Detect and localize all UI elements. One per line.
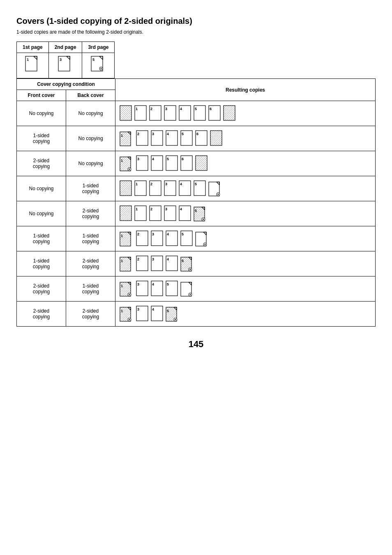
svg-text:3: 3 — [152, 132, 154, 136]
svg-text:3: 3 — [165, 107, 167, 111]
main-table: Cover copying condition Resulting copies… — [16, 78, 376, 327]
svg-text:4: 4 — [180, 107, 182, 111]
svg-text:6: 6 — [182, 157, 184, 161]
resulting-header: Resulting copies — [115, 79, 376, 101]
page-title: Covers (1-sided copying of 2-sided origi… — [16, 16, 376, 26]
svg-text:5: 5 — [195, 107, 197, 111]
table-row: 2-sidedcopying 1-sidedcopying 1 3 4 5 — [17, 276, 376, 302]
back-cover-cell: No copying — [66, 126, 115, 151]
back-cover-cell: 2-sidedcopying — [66, 302, 115, 327]
svg-text:5: 5 — [167, 157, 169, 161]
table-row: 2-sidedcopying No copying 1 3 4 5 6 — [17, 151, 376, 176]
svg-text:4: 4 — [152, 307, 154, 311]
preview-page-1: 1 — [17, 53, 49, 78]
svg-text:2: 2 — [137, 232, 139, 236]
svg-text:1: 1 — [121, 259, 123, 263]
table-row: No copying No copying 1 2 3 4 5 6 — [17, 101, 376, 126]
table-row: No copying 1-sidedcopying 1 2 3 4 5 — [17, 176, 376, 201]
svg-point-143 — [129, 319, 130, 320]
svg-rect-12 — [120, 106, 131, 120]
resulting-cell: 1 2 3 4 5 6 — [115, 101, 376, 126]
svg-rect-26 — [224, 106, 235, 120]
svg-text:3: 3 — [137, 307, 139, 311]
front-cover-cell: No copying — [17, 101, 66, 126]
svg-text:6: 6 — [196, 132, 198, 136]
svg-text:3: 3 — [152, 257, 154, 261]
preview-header-3: 3rd page — [82, 42, 115, 53]
table-row: 1-sidedcopying 1-sidedcopying 1 2 3 4 5 — [17, 226, 376, 251]
front-cover-cell: 2-sidedcopying — [17, 151, 66, 176]
svg-text:5: 5 — [182, 259, 184, 263]
svg-text:3: 3 — [152, 232, 154, 236]
back-cover-cell: No copying — [66, 101, 115, 126]
svg-text:4: 4 — [152, 157, 154, 161]
table-row: No copying 2-sidedcopying 1 2 3 4 — [17, 201, 376, 226]
svg-text:3: 3 — [137, 282, 139, 286]
preview-page-3: 5 — [82, 53, 115, 78]
front-cover-cell: 1-sidedcopying — [17, 126, 66, 151]
page-preview-table: 1st page 2nd page 3rd page 1 3 — [16, 41, 115, 78]
condition-header: Cover copying condition — [17, 79, 115, 90]
svg-text:4: 4 — [180, 207, 182, 211]
front-cover-cell: No copying — [17, 201, 66, 226]
resulting-cell: 1 2 3 4 5 — [115, 226, 376, 251]
back-cover-cell: 1-sidedcopying — [66, 226, 115, 251]
svg-text:5: 5 — [167, 309, 169, 313]
svg-point-138 — [190, 294, 191, 295]
svg-text:1: 1 — [136, 207, 138, 211]
preview-header-2: 2nd page — [48, 42, 82, 53]
back-cover-cell: 1-sidedcopying — [66, 176, 115, 201]
subtitle: 1-sided copies are made of the following… — [16, 29, 376, 35]
svg-text:2: 2 — [150, 207, 152, 211]
svg-point-74 — [218, 194, 219, 195]
resulting-cell: 1 3 4 5 — [115, 276, 376, 302]
svg-text:6: 6 — [210, 107, 212, 111]
svg-text:5: 5 — [167, 282, 169, 286]
svg-text:5: 5 — [92, 58, 95, 62]
resulting-cell: 1 2 3 4 5 6 — [115, 126, 376, 151]
table-row: 2-sidedcopying 2-sidedcopying 1 3 4 — [17, 302, 376, 327]
preview-page-2: 3 — [48, 53, 82, 78]
svg-text:3: 3 — [165, 207, 167, 211]
svg-text:2: 2 — [137, 132, 139, 136]
table-row: 1-sidedcopying No copying 1 2 3 4 5 6 — [17, 126, 376, 151]
front-cover-cell: 2-sidedcopying — [17, 276, 66, 302]
front-cover-header: Front cover — [17, 90, 66, 101]
svg-point-106 — [205, 244, 206, 245]
resulting-cell: 1 3 4 5 6 — [115, 151, 376, 176]
svg-text:4: 4 — [167, 257, 169, 261]
back-cover-cell: 1-sidedcopying — [66, 276, 115, 302]
table-row: 1-sidedcopying 2-sidedcopying 1 2 3 4 — [17, 251, 376, 276]
svg-rect-58 — [196, 156, 207, 170]
svg-text:4: 4 — [180, 182, 182, 186]
svg-text:2: 2 — [150, 182, 152, 186]
front-cover-cell: 2-sidedcopying — [17, 302, 66, 327]
svg-text:3: 3 — [137, 157, 139, 161]
svg-point-9 — [101, 68, 102, 69]
svg-text:4: 4 — [167, 232, 169, 236]
svg-point-153 — [175, 319, 176, 320]
front-cover-cell: No copying — [17, 176, 66, 201]
svg-text:3: 3 — [60, 58, 62, 62]
svg-text:5: 5 — [182, 232, 184, 236]
svg-text:5: 5 — [195, 209, 197, 213]
svg-point-127 — [129, 294, 130, 295]
svg-text:1: 1 — [121, 134, 123, 138]
svg-text:3: 3 — [165, 182, 167, 186]
svg-rect-76 — [120, 206, 131, 221]
back-cover-cell: No copying — [66, 151, 115, 176]
svg-text:4: 4 — [167, 132, 169, 136]
svg-text:2: 2 — [150, 107, 152, 111]
svg-text:5: 5 — [195, 182, 197, 186]
back-cover-cell: 2-sidedcopying — [66, 201, 115, 226]
svg-text:1: 1 — [136, 107, 138, 111]
svg-point-47 — [129, 169, 130, 170]
resulting-cell: 1 3 4 5 — [115, 302, 376, 327]
svg-point-121 — [190, 269, 191, 270]
svg-rect-60 — [120, 181, 131, 196]
svg-text:5: 5 — [182, 132, 184, 136]
svg-text:1: 1 — [136, 182, 138, 186]
resulting-cell: 1 2 3 4 5 — [115, 251, 376, 276]
svg-rect-42 — [210, 131, 222, 145]
front-cover-cell: 1-sidedcopying — [17, 226, 66, 251]
